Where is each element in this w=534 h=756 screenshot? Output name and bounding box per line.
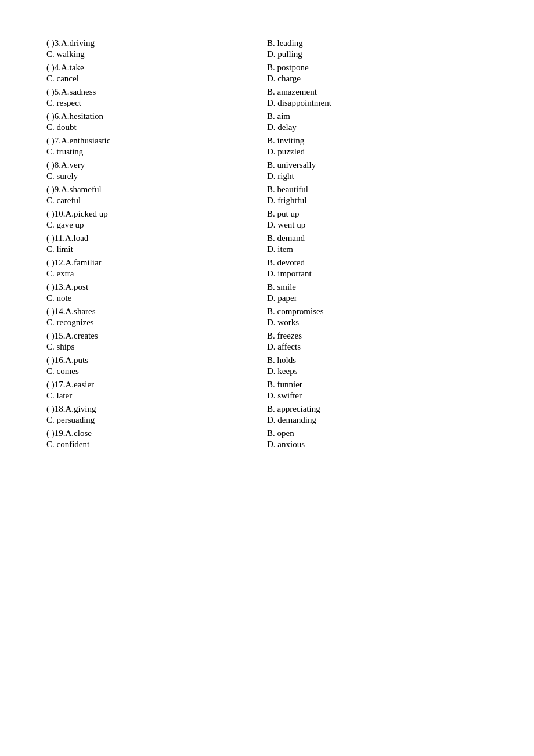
- cd-row: C. extraD. important: [46, 269, 488, 279]
- right-col-b: B. demand: [267, 233, 488, 243]
- left-col-question: ( )19.A.close: [46, 429, 267, 438]
- question-label: ( )13.A.post: [46, 282, 88, 292]
- option-d-label: D. frightful: [267, 196, 306, 206]
- cd-row: C. doubtD. delay: [46, 123, 488, 132]
- cd-row: C. noteD. paper: [46, 293, 488, 303]
- option-c-label: C. recognizes: [46, 318, 94, 327]
- left-col-c: C. trusting: [46, 147, 267, 157]
- left-col-question: ( )4.A.take: [46, 63, 267, 73]
- option-c-label: C. surely: [46, 171, 78, 181]
- question-row: ( )13.A.postB. smile: [46, 282, 488, 292]
- right-col-d: D. affects: [267, 342, 488, 352]
- question-row: ( )10.A.picked upB. put up: [46, 209, 488, 219]
- left-col-question: ( )14.A.shares: [46, 307, 267, 316]
- question-label: ( )4.A.take: [46, 63, 84, 73]
- left-col-c: C. careful: [46, 196, 267, 206]
- option-b-label: B. appreciating: [267, 404, 320, 414]
- left-col-question: ( )3.A.driving: [46, 38, 267, 48]
- question-label: ( )18.A.giving: [46, 404, 96, 414]
- option-c-label: C. extra: [46, 269, 74, 279]
- question-label: ( )5.A.sadness: [46, 87, 96, 97]
- option-b-label: B. beautiful: [267, 185, 308, 195]
- question-label: ( )16.A.puts: [46, 355, 88, 365]
- option-b-label: B. open: [267, 429, 294, 438]
- right-col-d: D. important: [267, 269, 488, 279]
- left-col-question: ( )13.A.post: [46, 282, 267, 292]
- cd-row: C. trustingD. puzzled: [46, 147, 488, 157]
- option-c-label: C. doubt: [46, 123, 77, 132]
- option-c-label: C. ships: [46, 342, 74, 352]
- right-col-b: B. freezes: [267, 331, 488, 341]
- cd-row: C. confidentD. anxious: [46, 440, 488, 449]
- option-c-label: C. gave up: [46, 220, 84, 230]
- left-col-question: ( )8.A.very: [46, 160, 267, 170]
- question-row: ( )7.A.enthusiasticB. inviting: [46, 136, 488, 146]
- right-col-b: B. beautiful: [267, 185, 488, 195]
- question-row: ( )5.A.sadnessB. amazement: [46, 87, 488, 97]
- option-d-label: D. went up: [267, 220, 305, 230]
- question-label: ( )7.A.enthusiastic: [46, 136, 110, 146]
- option-d-label: D. charge: [267, 74, 301, 84]
- option-b-label: B. universally: [267, 160, 316, 170]
- right-col-d: D. delay: [267, 123, 488, 132]
- left-col-c: C. note: [46, 293, 267, 303]
- left-col-c: C. confident: [46, 440, 267, 449]
- question-label: ( )14.A.shares: [46, 307, 96, 316]
- question-row: ( )19.A.closeB. open: [46, 429, 488, 438]
- left-col-question: ( )10.A.picked up: [46, 209, 267, 219]
- option-b-label: B. put up: [267, 209, 299, 219]
- option-d-label: D. puzzled: [267, 147, 305, 157]
- question-label: ( )15.A.creates: [46, 331, 98, 341]
- question-row: ( )3.A.drivingB. leading: [46, 38, 488, 48]
- question-row: ( )12.A.familiarB. devoted: [46, 258, 488, 268]
- cd-row: C. carefulD. frightful: [46, 196, 488, 206]
- content-area: ( )3.A.drivingB. leadingC. walkingD. pul…: [46, 38, 488, 449]
- option-d-label: D. demanding: [267, 415, 316, 425]
- option-b-label: B. postpone: [267, 63, 309, 73]
- right-col-b: B. funnier: [267, 380, 488, 390]
- left-col-question: ( )18.A.giving: [46, 404, 267, 414]
- left-col-c: C. comes: [46, 366, 267, 376]
- question-label: ( )11.A.load: [46, 233, 88, 243]
- right-col-b: B. holds: [267, 355, 488, 365]
- left-col-c: C. walking: [46, 49, 267, 59]
- left-col-c: C. limit: [46, 244, 267, 254]
- right-col-d: D. anxious: [267, 440, 488, 449]
- right-col-b: B. open: [267, 429, 488, 438]
- left-col-c: C. respect: [46, 98, 267, 108]
- right-col-d: D. demanding: [267, 415, 488, 425]
- option-c-label: C. comes: [46, 366, 79, 376]
- right-col-b: B. devoted: [267, 258, 488, 268]
- option-b-label: B. amazement: [267, 87, 317, 97]
- option-b-label: B. freezes: [267, 331, 302, 341]
- right-col-d: D. keeps: [267, 366, 488, 376]
- option-d-label: D. keeps: [267, 366, 298, 376]
- question-row: ( )18.A.givingB. appreciating: [46, 404, 488, 414]
- right-col-b: B. appreciating: [267, 404, 488, 414]
- left-col-question: ( )15.A.creates: [46, 331, 267, 341]
- question-label: ( )10.A.picked up: [46, 209, 108, 219]
- left-col-c: C. ships: [46, 342, 267, 352]
- option-b-label: B. inviting: [267, 136, 304, 146]
- right-col-b: B. amazement: [267, 87, 488, 97]
- option-c-label: C. careful: [46, 196, 81, 206]
- left-col-question: ( )12.A.familiar: [46, 258, 267, 268]
- option-d-label: D. swifter: [267, 391, 302, 401]
- option-d-label: D. pulling: [267, 49, 302, 59]
- option-d-label: D. paper: [267, 293, 297, 303]
- right-col-d: D. swifter: [267, 391, 488, 401]
- cd-row: C. respectD. disappointment: [46, 98, 488, 108]
- left-col-c: C. gave up: [46, 220, 267, 230]
- question-row: ( )11.A.loadB. demand: [46, 233, 488, 243]
- option-b-label: B. smile: [267, 282, 296, 292]
- page-wrapper: ( )3.A.drivingB. leadingC. walkingD. pul…: [46, 38, 488, 756]
- option-c-label: C. later: [46, 391, 72, 401]
- right-col-b: B. aim: [267, 111, 488, 121]
- option-d-label: D. works: [267, 318, 299, 327]
- left-col-question: ( )17.A.easier: [46, 380, 267, 390]
- question-label: ( )12.A.familiar: [46, 258, 102, 268]
- option-d-label: D. disappointment: [267, 98, 331, 108]
- left-col-c: C. doubt: [46, 123, 267, 132]
- right-col-b: B. leading: [267, 38, 488, 48]
- right-col-b: B. put up: [267, 209, 488, 219]
